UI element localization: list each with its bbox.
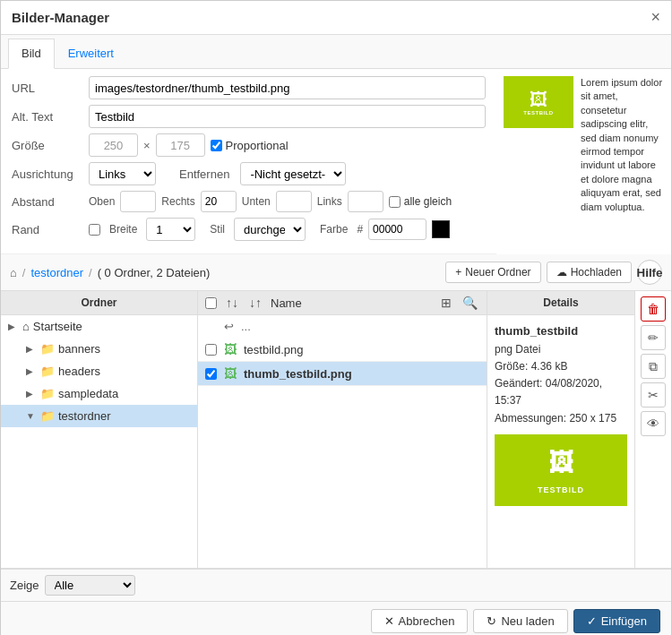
- form-and-preview: URL Alt. Text Größe × Proportional: [1, 69, 671, 254]
- back-icon: ↩: [224, 320, 234, 333]
- alle-gleich-checkbox[interactable]: [389, 196, 401, 208]
- file-back-row[interactable]: ↩ ...: [198, 315, 487, 338]
- x-separator: ×: [143, 139, 151, 152]
- show-bar: Zeige Alle Bilder Dokumente: [1, 569, 671, 601]
- form-area: URL Alt. Text Größe × Proportional: [1, 69, 496, 254]
- width-input[interactable]: [89, 133, 138, 157]
- details-size: Größe: 4.36 kB: [495, 358, 627, 375]
- folder-icon-headers: 📁: [40, 365, 55, 378]
- folder-icon-sampledata: 📁: [40, 387, 55, 400]
- alt-text-label: Alt. Text: [12, 110, 83, 124]
- details-area: Details thumb_testbild png Datei Größe: …: [487, 291, 671, 568]
- details-changed: Geändert: 04/08/2020, 15:37: [495, 375, 627, 409]
- links-input[interactable]: [348, 191, 383, 212]
- tab-bar: Bild Erweitert: [1, 35, 671, 69]
- oben-input[interactable]: [120, 191, 156, 212]
- home-icon[interactable]: ⌂: [10, 266, 17, 279]
- reload-icon: ↻: [487, 614, 496, 628]
- tree-item-headers[interactable]: ▶ 📁 headers: [1, 360, 197, 382]
- details-preview-label: TESTBILD: [538, 484, 584, 496]
- edit-button[interactable]: ✏: [641, 325, 666, 350]
- abstand-row: Abstand Oben Rechts Unten Links alle gle…: [12, 191, 486, 212]
- proportional-label[interactable]: Proportional: [211, 139, 289, 152]
- view-button[interactable]: 👁: [641, 411, 666, 436]
- file-checkbox-thumb-testbild[interactable]: [205, 368, 217, 380]
- sort-desc-button[interactable]: ↓↑: [247, 296, 263, 310]
- dialog-header: Bilder-Manager ×: [1, 1, 671, 35]
- unten-input[interactable]: [276, 191, 312, 212]
- details-filename: thumb_testbild: [495, 322, 627, 341]
- copy-button[interactable]: ⧉: [641, 354, 666, 379]
- ausrichtung-select[interactable]: Links Rechts Mitte: [89, 162, 156, 185]
- breadcrumb-info: ( 0 Ordner, 2 Dateien): [98, 266, 211, 279]
- rechts-label: Rechts: [161, 195, 194, 208]
- tree-item-banners[interactable]: ▶ 📁 banners: [1, 338, 197, 360]
- show-select[interactable]: Alle Bilder Dokumente: [45, 575, 135, 596]
- preview-icon: 🖼: [530, 90, 547, 110]
- preview-thumbnail: 🖼 TESTBILD: [504, 76, 573, 128]
- folder-tree: Ordner ▶ ⌂ Startseite ▶ 📁 banners ▶ 📁 he…: [1, 291, 198, 568]
- grid-view-button[interactable]: ⊞: [439, 296, 453, 310]
- links-label: Links: [317, 195, 342, 208]
- color-swatch[interactable]: [432, 220, 450, 238]
- rand-checkbox[interactable]: [89, 224, 100, 236]
- bilder-manager-dialog: Bilder-Manager × Bild Erweitert URL Alt.…: [0, 0, 672, 635]
- details-preview-icon: 🖼: [548, 443, 573, 484]
- details-panel: Details thumb_testbild png Datei Größe: …: [487, 291, 634, 568]
- sort-asc-button[interactable]: ↑↓: [224, 296, 240, 310]
- alt-text-input[interactable]: [89, 105, 486, 128]
- farbe-input[interactable]: [368, 219, 426, 240]
- breadcrumb-sep2: /: [89, 266, 92, 279]
- preview-area: 🖼 TESTBILD Lorem ipsum dolor sit amet, c…: [496, 69, 671, 254]
- file-row-testbild[interactable]: 🖼 testbild.png: [198, 338, 487, 362]
- file-icon-testbild: 🖼: [224, 342, 237, 356]
- tab-bild[interactable]: Bild: [8, 39, 55, 69]
- name-column-header: Name: [271, 296, 302, 310]
- toggle-icon: ▶: [26, 366, 37, 376]
- folder-tree-header: Ordner: [1, 291, 197, 315]
- file-checkbox-testbild[interactable]: [205, 344, 217, 356]
- height-input[interactable]: [156, 133, 205, 157]
- stil-select[interactable]: durchgeh gestrich gepunktet: [234, 218, 306, 241]
- cut-button[interactable]: ✂: [641, 382, 666, 408]
- breadcrumb-testordner[interactable]: testordner: [30, 266, 83, 279]
- delete-button[interactable]: 🗑: [641, 296, 666, 322]
- file-row-thumb-testbild[interactable]: 🖼 thumb_testbild.png: [198, 362, 487, 386]
- url-input[interactable]: [89, 76, 486, 99]
- abstand-label: Abstand: [12, 195, 83, 209]
- preview-thumb-label: TESTBILD: [523, 110, 553, 116]
- tree-item-startseite[interactable]: ▶ ⌂ Startseite: [1, 315, 197, 338]
- farbe-label: Farbe: [320, 223, 348, 236]
- back-label: ...: [241, 320, 251, 333]
- cut-icon: ✂: [648, 388, 659, 402]
- alle-gleich-label[interactable]: alle gleich: [389, 195, 452, 208]
- insert-button[interactable]: ✓ Einfügen: [573, 609, 660, 633]
- url-label: URL: [12, 82, 83, 95]
- upload-button[interactable]: ☁ Hochladen: [547, 262, 632, 283]
- cancel-button[interactable]: ✕ Abbrechen: [371, 609, 469, 633]
- proportional-checkbox[interactable]: [211, 140, 222, 151]
- breite-label: Breite: [109, 223, 137, 236]
- alt-text-row: Alt. Text: [12, 105, 486, 128]
- tab-erweitert[interactable]: Erweitert: [55, 39, 127, 68]
- details-header: Details: [487, 291, 634, 315]
- reload-button[interactable]: ↻ Neu laden: [473, 609, 567, 633]
- size-row: Größe × Proportional: [12, 133, 486, 157]
- select-all-checkbox[interactable]: [205, 297, 217, 309]
- url-row: URL: [12, 76, 486, 99]
- details-content: thumb_testbild png Datei Größe: 4.36 kB …: [487, 315, 634, 513]
- show-label: Zeige: [10, 579, 39, 592]
- breite-select[interactable]: 1 2 3: [146, 218, 195, 241]
- help-button[interactable]: Hilfe: [637, 260, 662, 285]
- toggle-icon: ▶: [8, 322, 19, 331]
- close-button[interactable]: ×: [650, 8, 660, 27]
- entfernen-select[interactable]: -Nicht gesetzt- Beide Links Rechts: [240, 162, 346, 185]
- new-folder-button[interactable]: + Neuer Ordner: [445, 262, 540, 283]
- details-preview-image: 🖼 TESTBILD: [495, 434, 627, 506]
- tree-item-testordner[interactable]: ▼ 📁 testordner: [1, 405, 197, 427]
- toggle-icon: ▶: [26, 389, 37, 399]
- search-button[interactable]: 🔍: [461, 296, 479, 310]
- rechts-input[interactable]: [201, 191, 237, 212]
- tree-item-sampledata[interactable]: ▶ 📁 sampledata: [1, 382, 197, 405]
- rand-row: Rand Breite 1 2 3 Stil durchgeh gestrich…: [12, 218, 486, 241]
